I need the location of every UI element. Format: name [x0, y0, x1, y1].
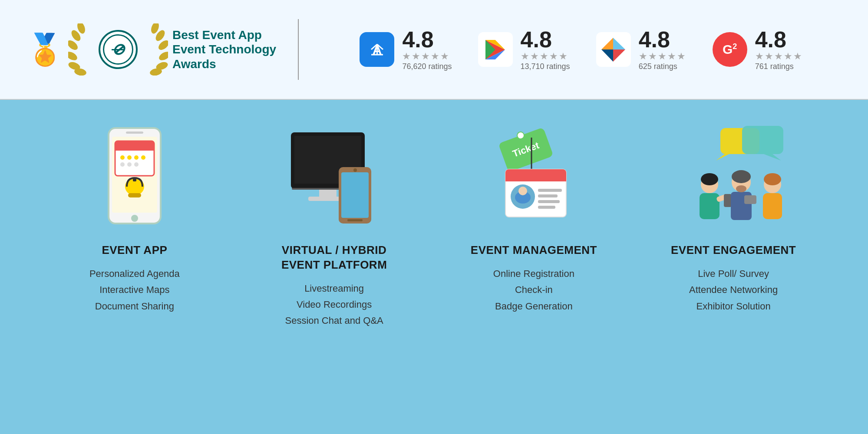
appstore-score: 4.8	[402, 28, 452, 51]
virtual-platform-item-1: Livestreaming	[285, 280, 383, 296]
capterra-icon	[596, 32, 631, 67]
event-management-items: Online Registration Check-in Badge Gener…	[493, 266, 574, 314]
appstore-rating-info: 4.8 ★★★★★ 76,620 ratings	[402, 28, 452, 71]
event-engagement-item-1: Live Poll/ Survey	[689, 266, 778, 282]
left-laurel: 🏅	[26, 34, 64, 65]
event-app-items: Personalized Agenda Interactive Maps Doc…	[89, 266, 180, 314]
event-management-column: Ticket EVEN	[446, 122, 622, 314]
event-management-item-3: Badge Generation	[493, 298, 574, 314]
svg-point-51	[353, 168, 357, 172]
event-engagement-title: EVENT ENGAGEMENT	[671, 243, 796, 258]
svg-point-34	[127, 155, 132, 160]
capterra-count: 625 ratings	[639, 62, 686, 71]
svg-rect-58	[505, 176, 566, 181]
event-engagement-column: EVENT ENGAGEMENT Live Poll/ Survey Atten…	[646, 122, 822, 314]
virtual-platform-title: VIRTUAL / HYBRID EVENT PLATFORM	[281, 243, 387, 273]
svg-rect-45	[319, 189, 337, 197]
event-management-illustration: Ticket	[482, 124, 586, 232]
event-management-icon-area: Ticket	[477, 122, 590, 234]
svg-point-9	[158, 50, 168, 62]
svg-point-38	[127, 162, 132, 167]
svg-marker-69	[764, 154, 781, 161]
g2-rating-info: 4.8 ★★★★★ 761 ratings	[755, 28, 803, 71]
svg-point-61	[518, 187, 527, 195]
svg-rect-32	[115, 147, 154, 151]
header-divider	[298, 19, 299, 80]
svg-point-28	[131, 215, 138, 222]
event-app-item-1: Personalized Agenda	[89, 266, 180, 282]
svg-rect-65	[538, 206, 555, 209]
playstore-score: 4.8	[521, 28, 570, 51]
virtual-platform-illustration	[282, 124, 386, 232]
svg-point-33	[120, 155, 125, 160]
award-badge: ⊘	[99, 30, 138, 69]
playstore-logo	[483, 38, 507, 62]
header-section: 🏅 ⊘	[0, 0, 868, 100]
award-title-line3: Awards	[172, 57, 276, 72]
svg-marker-24	[601, 49, 613, 62]
svg-point-72	[701, 173, 718, 185]
event-app-title: EVENT APP	[102, 243, 167, 258]
capterra-rating-info: 4.8 ★★★★★ 625 ratings	[639, 28, 686, 71]
svg-point-39	[134, 162, 139, 167]
event-engagement-item-3: Exhibitor Solution	[689, 298, 778, 314]
svg-rect-50	[347, 219, 363, 221]
award-text: Best Event App Event Technology Awards	[172, 28, 276, 72]
event-app-column: EVENT APP Personalized Agenda Interactiv…	[47, 122, 223, 314]
svg-rect-64	[538, 200, 560, 203]
virtual-platform-items: Livestreaming Video Recordings Session C…	[285, 280, 383, 329]
laurel-left-icon	[68, 23, 94, 76]
virtual-platform-icon-area	[278, 122, 391, 234]
virtual-platform-column: VIRTUAL / HYBRID EVENT PLATFORM Livestre…	[246, 122, 422, 329]
event-engagement-item-2: Attendee Networking	[689, 282, 778, 298]
appstore-rating: A 4.8 ★★★★★ 76,620 ratings	[360, 28, 452, 71]
svg-marker-67	[716, 154, 729, 161]
g2-score: 4.8	[755, 28, 803, 51]
capterra-stars: ★★★★★	[639, 51, 686, 62]
svg-point-78	[736, 185, 746, 192]
svg-marker-25	[613, 49, 625, 62]
playstore-rating: 4.8 ★★★★★ 13,710 ratings	[478, 28, 570, 71]
svg-rect-63	[538, 194, 558, 197]
award-title-line2: Event Technology	[172, 42, 276, 57]
laurel-right-icon	[142, 23, 168, 76]
playstore-rating-info: 4.8 ★★★★★ 13,710 ratings	[521, 28, 570, 71]
event-engagement-icon-area	[677, 122, 790, 234]
capterra-logo	[599, 36, 627, 64]
ratings-section: A 4.8 ★★★★★ 76,620 ratings	[320, 28, 842, 71]
svg-rect-79	[744, 195, 756, 204]
event-app-illustration	[87, 124, 182, 232]
event-management-item-1: Online Registration	[493, 266, 574, 282]
svg-rect-49	[341, 172, 369, 218]
svg-point-82	[764, 173, 781, 185]
virtual-platform-item-3: Session Chat and Q&A	[285, 312, 383, 329]
svg-point-35	[134, 155, 139, 160]
event-management-item-2: Check-in	[493, 282, 574, 298]
event-app-icon-area	[78, 122, 191, 234]
event-engagement-items: Live Poll/ Survey Attendee Networking Ex…	[689, 266, 778, 314]
svg-rect-74	[724, 194, 732, 207]
svg-point-37	[120, 162, 125, 167]
svg-rect-81	[763, 193, 782, 219]
appstore-icon: A	[360, 32, 394, 67]
virtual-platform-item-2: Video Recordings	[285, 296, 383, 312]
award-title-line1: Best Event App	[172, 28, 276, 43]
event-management-title: EVENT MANAGEMENT	[471, 243, 597, 258]
main-content: EVENT APP Personalized Agenda Interactiv…	[0, 100, 868, 434]
svg-rect-41	[128, 193, 141, 197]
svg-point-3	[68, 50, 79, 62]
svg-rect-68	[742, 126, 783, 154]
svg-rect-62	[538, 189, 562, 192]
svg-rect-29	[126, 132, 143, 134]
playstore-count: 13,710 ratings	[521, 62, 570, 71]
event-engagement-illustration	[677, 124, 790, 232]
event-app-item-2: Interactive Maps	[89, 282, 180, 298]
svg-rect-71	[700, 193, 719, 219]
svg-marker-23	[613, 38, 625, 49]
svg-point-36	[141, 155, 145, 160]
g2-count: 761 ratings	[755, 62, 803, 71]
appstore-stars: ★★★★★	[402, 51, 452, 62]
appstore-count: 76,620 ratings	[402, 62, 452, 71]
event-app-item-3: Document Sharing	[89, 298, 180, 314]
svg-point-77	[732, 170, 751, 183]
